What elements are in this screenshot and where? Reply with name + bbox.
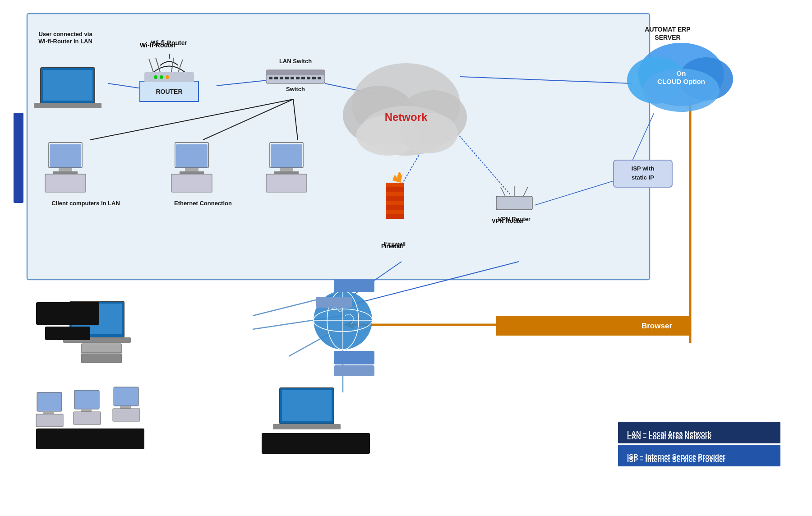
svg-rect-73 — [43, 70, 92, 101]
svg-rect-77 — [386, 183, 404, 187]
svg-rect-58 — [49, 143, 82, 168]
svg-point-30 — [627, 57, 686, 104]
svg-text:static IP: static IP — [632, 174, 654, 181]
svg-rect-54 — [307, 77, 310, 79]
svg-text:Network: Network — [385, 111, 428, 123]
svg-rect-65 — [180, 171, 204, 174]
svg-line-17 — [343, 262, 401, 302]
svg-rect-59 — [59, 168, 72, 171]
svg-rect-113 — [72, 304, 122, 334]
svg-line-44 — [178, 60, 183, 72]
svg-line-10 — [401, 131, 433, 185]
svg-point-38 — [154, 75, 157, 79]
svg-rect-57 — [50, 144, 81, 168]
svg-rect-83 — [386, 210, 404, 214]
svg-rect-129 — [280, 388, 334, 424]
svg-rect-115 — [81, 344, 122, 353]
svg-rect-49 — [280, 77, 283, 79]
svg-text:Ethernet Connection: Ethernet Connection — [174, 200, 232, 207]
svg-rect-121 — [36, 414, 63, 427]
svg-text:User connected via: User connected via — [38, 31, 92, 37]
svg-rect-74 — [34, 103, 102, 108]
svg-point-39 — [160, 75, 163, 79]
svg-rect-75 — [383, 180, 406, 235]
svg-rect-37 — [144, 72, 194, 82]
svg-line-2 — [108, 83, 153, 90]
svg-line-9 — [451, 126, 510, 194]
svg-line-20 — [289, 334, 329, 356]
svg-rect-117 — [36, 302, 99, 325]
svg-rect-82 — [386, 205, 404, 210]
svg-rect-60 — [53, 171, 78, 174]
svg-line-8 — [460, 77, 632, 83]
svg-line-3 — [217, 79, 280, 86]
svg-rect-78 — [386, 187, 404, 192]
svg-rect-71 — [266, 174, 307, 192]
svg-rect-81 — [386, 201, 404, 205]
svg-text:ROUTER: ROUTER — [156, 88, 182, 95]
svg-line-4 — [325, 83, 379, 95]
svg-rect-68 — [270, 143, 303, 168]
svg-text:AUTOMAT ERP: AUTOMAT ERP — [645, 26, 690, 33]
svg-rect-56 — [318, 77, 321, 79]
svg-rect-89 — [614, 160, 672, 187]
svg-point-25 — [361, 106, 451, 156]
svg-text:Wi-fi-Router in LAN: Wi-fi-Router in LAN — [38, 38, 92, 45]
svg-rect-137 — [496, 316, 690, 336]
svg-rect-64 — [185, 168, 198, 171]
svg-point-32 — [643, 69, 720, 112]
svg-rect-53 — [301, 77, 305, 79]
svg-rect-46 — [266, 70, 325, 75]
svg-rect-126 — [120, 406, 131, 409]
svg-point-29 — [638, 43, 724, 106]
legend-isp: ISP – Internet Service Provider — [627, 456, 725, 463]
svg-point-103 — [314, 291, 372, 350]
svg-rect-128 — [36, 428, 144, 449]
svg-rect-66 — [171, 174, 212, 192]
svg-point-22 — [352, 63, 460, 144]
svg-point-23 — [343, 86, 415, 144]
svg-text:SERVER: SERVER — [655, 34, 680, 41]
svg-rect-76 — [386, 183, 404, 219]
svg-line-43 — [171, 58, 174, 72]
svg-line-18 — [253, 293, 343, 316]
svg-rect-125 — [114, 387, 138, 406]
svg-rect-112 — [70, 301, 124, 337]
svg-rect-114 — [63, 337, 131, 343]
svg-line-19 — [253, 316, 343, 329]
svg-rect-45 — [266, 70, 325, 83]
svg-rect-80 — [386, 196, 404, 201]
svg-rect-52 — [296, 77, 300, 79]
svg-rect-70 — [274, 171, 299, 174]
svg-line-86 — [501, 187, 505, 196]
svg-rect-127 — [113, 409, 140, 421]
svg-marker-15 — [343, 320, 354, 329]
svg-rect-1 — [14, 113, 23, 203]
svg-rect-79 — [386, 192, 404, 196]
svg-point-24 — [399, 90, 467, 144]
svg-text:CLOUD Option: CLOUD Option — [657, 78, 705, 85]
svg-line-5 — [90, 99, 293, 140]
svg-rect-84 — [386, 214, 404, 219]
svg-rect-124 — [74, 412, 101, 424]
svg-rect-132 — [262, 433, 370, 454]
svg-rect-85 — [496, 196, 532, 210]
svg-text:Switch: Switch — [286, 86, 305, 92]
svg-rect-67 — [271, 144, 302, 168]
svg-rect-108 — [334, 279, 374, 292]
svg-rect-72 — [41, 68, 95, 104]
vpn-router-label: VPN Router — [492, 217, 524, 224]
svg-rect-110 — [334, 351, 374, 364]
svg-rect-130 — [282, 390, 332, 421]
svg-rect-48 — [274, 77, 278, 79]
svg-rect-118 — [45, 327, 90, 340]
svg-rect-122 — [74, 390, 99, 409]
svg-line-6 — [203, 99, 293, 140]
svg-line-11 — [632, 113, 654, 162]
svg-rect-62 — [176, 144, 208, 168]
svg-point-26 — [356, 115, 420, 156]
svg-rect-51 — [291, 77, 294, 79]
svg-rect-61 — [45, 174, 86, 192]
svg-point-105 — [314, 309, 372, 332]
svg-text:ISP with: ISP with — [632, 165, 654, 172]
